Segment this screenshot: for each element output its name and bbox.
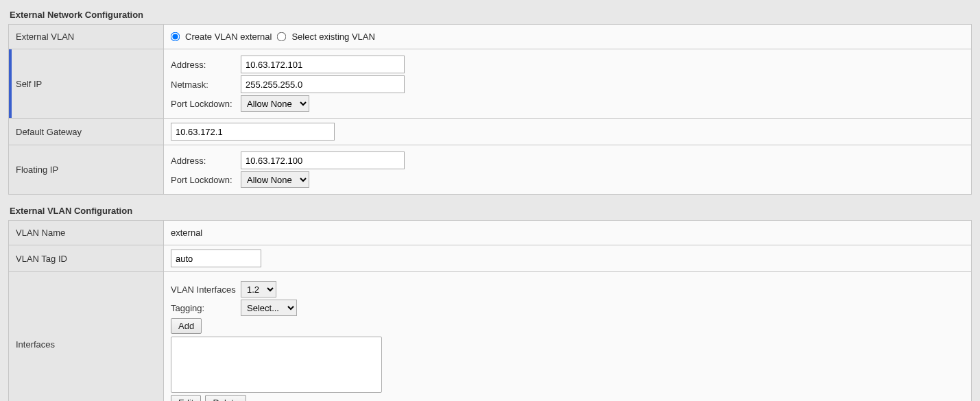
vlan-name-label: VLAN Name [9,221,164,245]
external-vlan-label: External VLAN [9,25,164,49]
floating-ip-port-lockdown-select[interactable]: Allow None [241,171,309,188]
self-ip-address-input[interactable] [241,56,405,73]
vlan-name-value: external [164,221,972,245]
floating-ip-label: Floating IP [9,145,164,195]
interfaces-label: Interfaces [9,272,164,402]
edit-interface-button[interactable]: Edit [171,395,201,401]
tagging-select[interactable]: Select... [241,300,297,316]
select-vlan-radio-label[interactable]: Select existing VLAN [277,32,374,42]
external-vlan-config-table: VLAN Name external VLAN Tag ID Interface… [8,220,972,401]
self-ip-netmask-label: Netmask: [171,80,241,90]
create-vlan-radio-label[interactable]: Create VLAN external [171,32,272,42]
create-vlan-radio[interactable] [171,32,180,42]
external-network-config-table: External VLAN Create VLAN external Selec… [8,24,972,195]
delete-interface-button[interactable]: Delete [205,395,246,401]
vlan-tag-id-label: VLAN Tag ID [9,245,164,272]
self-ip-address-label: Address: [171,60,241,70]
create-vlan-text: Create VLAN external [185,32,272,42]
select-existing-vlan-radio[interactable] [277,32,287,42]
self-ip-label-text: Self IP [16,79,42,89]
floating-ip-address-input[interactable] [241,151,405,169]
self-ip-port-lockdown-label: Port Lockdown: [171,99,241,109]
floating-ip-port-lockdown-label: Port Lockdown: [171,175,241,185]
self-ip-label: Self IP [9,49,164,119]
vlan-interfaces-label: VLAN Interfaces [171,284,241,295]
interfaces-listbox[interactable] [171,337,382,393]
add-interface-button[interactable]: Add [171,318,202,334]
active-row-indicator [9,49,12,118]
vlan-tag-id-input[interactable] [171,250,261,267]
self-ip-port-lockdown-select[interactable]: Allow None [241,95,309,112]
default-gateway-label: Default Gateway [9,119,164,145]
select-vlan-text: Select existing VLAN [291,32,374,42]
floating-ip-address-label: Address: [171,156,241,166]
default-gateway-input[interactable] [171,123,335,141]
section2-title: External VLAN Configuration [10,206,972,216]
vlan-interfaces-select[interactable]: 1.2 [241,281,276,297]
section1-title: External Network Configuration [10,10,972,20]
tagging-label: Tagging: [171,303,241,313]
self-ip-netmask-input[interactable] [241,75,405,93]
